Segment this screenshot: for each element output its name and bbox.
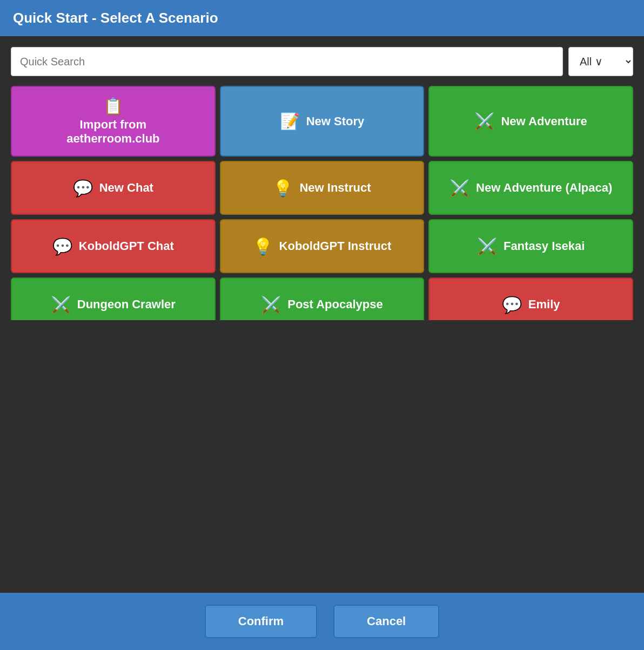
scenario-new-chat[interactable]: 💬 New Chat [11, 161, 216, 215]
emily-icon: 💬 [502, 295, 522, 314]
scenario-dungeon-crawler[interactable]: ⚔️ Dungeon Crawler [11, 277, 216, 320]
scenario-post-apocalypse-label: Post Apocalypse [287, 297, 383, 312]
new-adventure-icon: ⚔️ [474, 112, 494, 131]
search-input[interactable] [11, 47, 563, 76]
scenario-post-apocalypse[interactable]: ⚔️ Post Apocalypse [220, 277, 425, 320]
scenario-new-adventure-label: New Adventure [501, 114, 587, 128]
scenario-import[interactable]: 📋 Import from aetherroom.club [11, 86, 216, 157]
import-icon: 📋 [103, 97, 123, 116]
scenario-fantasy-isekai-label: Fantasy Isekai [504, 239, 585, 253]
cancel-button[interactable]: Cancel [333, 605, 439, 638]
scenario-new-adventure[interactable]: ⚔️ New Adventure [428, 86, 633, 157]
scenario-koboldgpt-chat[interactable]: 💬 KoboldGPT Chat [11, 219, 216, 273]
scenario-koboldgpt-instruct-label: KoboldGPT Instruct [279, 239, 392, 253]
koboldgpt-instruct-icon: 💡 [253, 237, 273, 256]
dialog-header: Quick Start - Select A Scenario [0, 0, 644, 36]
new-chat-icon: 💬 [73, 179, 93, 198]
new-story-icon: 📝 [280, 112, 300, 131]
scenario-new-adventure-alpaca[interactable]: ⚔️ New Adventure (Alpaca) [428, 161, 633, 215]
bottom-area [0, 320, 644, 593]
scenario-new-chat-label: New Chat [99, 181, 153, 195]
scenario-import-label: Import from aetherroom.club [66, 118, 159, 146]
scenario-new-story[interactable]: 📝 New Story [220, 86, 425, 157]
scenario-koboldgpt-instruct[interactable]: 💡 KoboldGPT Instruct [220, 219, 425, 273]
post-apocalypse-icon: ⚔️ [261, 295, 281, 314]
scenario-emily-label: Emily [528, 297, 560, 312]
fantasy-isekai-icon: ⚔️ [477, 237, 497, 256]
new-adventure-alpaca-icon: ⚔️ [450, 179, 469, 198]
scenario-new-instruct-label: New Instruct [299, 181, 371, 195]
koboldgpt-chat-icon: 💬 [52, 237, 72, 256]
dungeon-crawler-icon: ⚔️ [51, 295, 71, 314]
scenario-dungeon-crawler-label: Dungeon Crawler [77, 297, 176, 312]
main-content: All ∨ 📋 Import from aetherroom.club 📝 Ne… [0, 36, 644, 320]
scenario-fantasy-isekai[interactable]: ⚔️ Fantasy Isekai [428, 219, 633, 273]
scenario-new-adventure-alpaca-label: New Adventure (Alpaca) [476, 181, 612, 195]
confirm-button[interactable]: Confirm [205, 605, 317, 638]
footer: Confirm Cancel [0, 593, 644, 650]
scenario-new-instruct[interactable]: 💡 New Instruct [220, 161, 425, 215]
header-title: Quick Start - Select A Scenario [13, 10, 218, 26]
search-row: All ∨ [11, 47, 633, 76]
scenario-koboldgpt-chat-label: KoboldGPT Chat [79, 239, 174, 253]
scenario-emily[interactable]: 💬 Emily [428, 277, 633, 320]
scenario-grid: 📋 Import from aetherroom.club 📝 New Stor… [11, 86, 633, 320]
filter-select[interactable]: All ∨ [568, 47, 633, 76]
scenario-new-story-label: New Story [306, 114, 365, 128]
new-instruct-icon: 💡 [273, 179, 293, 198]
